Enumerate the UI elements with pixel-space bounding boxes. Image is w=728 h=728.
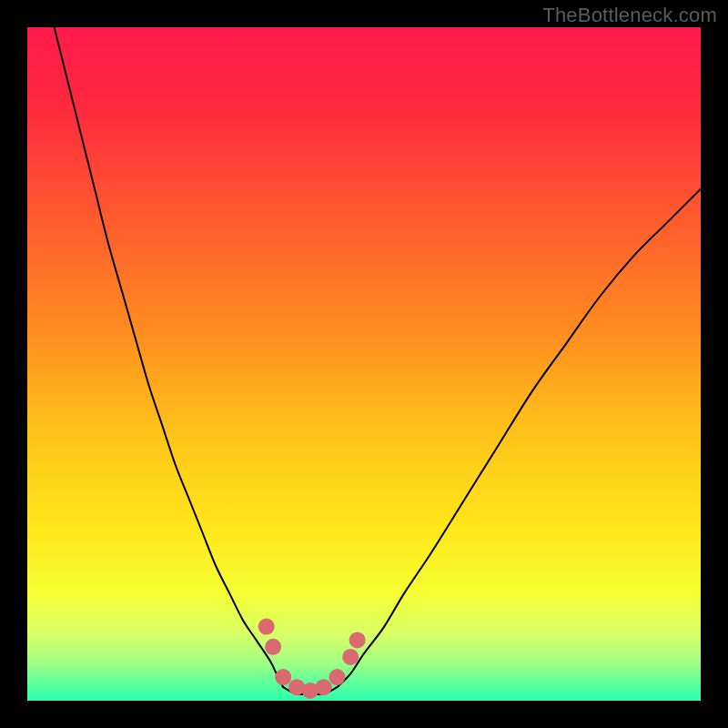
marker-dot <box>316 679 332 695</box>
marker-dot <box>342 649 359 665</box>
watermark-text: TheBottleneck.com <box>542 4 717 27</box>
marker-dot <box>349 632 366 648</box>
plot-area <box>27 27 701 701</box>
marker-dot <box>329 669 345 685</box>
gradient-background <box>27 27 701 701</box>
marker-dot <box>275 669 291 685</box>
marker-dot <box>258 619 275 635</box>
marker-dot <box>265 639 281 655</box>
chart-svg <box>27 27 701 701</box>
chart-frame: TheBottleneck.com <box>0 0 728 728</box>
